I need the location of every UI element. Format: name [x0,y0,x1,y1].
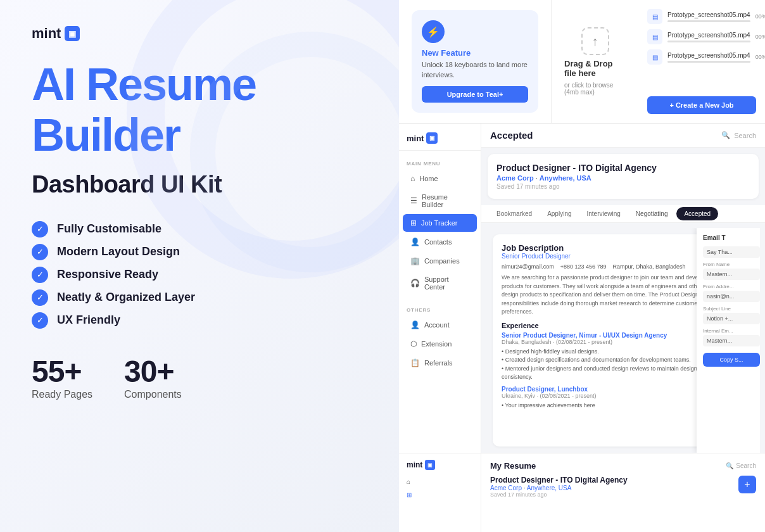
file-name-1: Prototype_screenshot05.mp4 [667,11,750,18]
referrals-icon: 📋 [410,358,420,367]
bottom-search-icon: 🔍 [726,462,733,469]
job-desc-title: Job Description [502,243,571,253]
check-icon-1: ✓ [32,221,48,238]
main-header: Accepted 🔍 Search [481,124,765,148]
email-panel-title: Email T [703,234,760,241]
brand-logo: mint ▣ [32,25,367,42]
email-subject-label: Subject Line [703,306,760,312]
sidebar-support-label: Support Center [424,276,469,291]
sidebar-item-support[interactable]: 🎧 Support Center [403,271,477,295]
file-info-1: Prototype_screenshot05.mp4 [667,11,750,22]
email-subject-value: Notion +... [703,313,760,324]
feature-label-5: UX Friendly [57,314,120,327]
add-button[interactable]: + [738,476,756,493]
sidebar-item-resume[interactable]: ☰ Resume Builder [403,189,477,213]
dashboard-panel: mint ▣ MAIN MENU ⌂ Home ☰ Resume Builder… [399,124,765,453]
email-internal-value: Mastern... [703,335,760,346]
file-item-1: ▤ Prototype_screenshot05.mp4 00% [647,9,756,24]
email-from-addr-value: nasin@n... [703,291,760,302]
sidebar-account-label: Account [424,321,450,329]
job-card-company: Acme Corp · Anywhere, USA [496,174,750,182]
sidebar: mint ▣ MAIN MENU ⌂ Home ☰ Resume Builder… [399,124,481,453]
stat-pages: 55+ Ready Pages [32,354,92,400]
sidebar-resume-label: Resume Builder [422,193,469,208]
sidebar-referrals-label: Referrals [424,359,453,367]
tab-interviewing[interactable]: Interviewing [581,205,627,222]
feature-item-5: ✓ UX Friendly [32,312,367,329]
email-panel: Email T Say Tha... From Name Mastern... … [697,228,760,453]
files-panel: ▤ Prototype_screenshot05.mp4 00% ▤ Proto… [638,0,765,123]
tracker-icon: ⊞ [410,218,417,227]
file-pct-3: 00% [756,54,765,60]
sidebar-item-extension[interactable]: ⬡ Extension [403,335,477,353]
hero-subtitle: Dashboard UI Kit [32,171,367,198]
bottom-company-location: Anywhere, USA [527,484,572,491]
sidebar-item-contacts[interactable]: 👤 Contacts [403,233,477,251]
sidebar-item-account[interactable]: 👤 Account [403,316,477,334]
tab-negotiating[interactable]: Negotiating [629,205,674,222]
bottom-company-name: Acme Corp [490,484,522,491]
sidebar-item-tracker[interactable]: ⊞ Job Tracker [403,214,477,232]
bottom-sidebar-logo: mint ▣ [399,460,481,475]
bottom-header-title: My Resume [490,461,536,471]
email-from-name-label: From Name [703,262,760,267]
stat-pages-number: 55+ [32,354,92,389]
sidebar-item-referrals[interactable]: 📋 Referrals [403,354,477,372]
resume-icon: ☰ [410,196,417,205]
sidebar-companies-label: Companies [424,257,460,265]
stat-components-number: 30+ [124,354,182,389]
sidebar-contacts-label: Contacts [424,238,452,246]
new-feature-desc: Unlock 18 keyboards to land more intervi… [422,60,528,80]
bottom-logo-text: mint [407,460,422,469]
bottom-header: My Resume 🔍 Search [490,461,756,471]
job-card: Product Designer - ITO Digital Agency Ac… [488,154,759,199]
bottom-job-company: Acme Corp · Anywhere, USA [490,484,628,491]
bottom-logo-icon: ▣ [425,460,435,470]
feature-item-4: ✓ Neatly & Organized Layer [32,289,367,306]
create-job-button[interactable]: + Create a New Job [647,96,756,114]
bottom-sidebar-home[interactable]: ⌂ [399,475,481,488]
upgrade-button[interactable]: Upgrade to Teal+ [422,86,528,103]
bottom-job-saved: Saved 17 minutes ago [490,491,628,498]
bottom-home-icon: ⌂ [407,478,410,485]
contacts-icon: 👤 [410,238,420,246]
sidebar-section-main: MAIN MENU [399,156,481,169]
email-field-from-name: From Name Mastern... [703,262,760,280]
bottom-job-row: Product Designer - ITO Digital Agency Ac… [490,476,756,498]
companies-icon: 🏢 [410,256,420,265]
email-field-subject: Subject Line Notion +... [703,306,760,324]
sidebar-home-label: Home [419,175,438,182]
copy-button[interactable]: Copy S... [703,353,760,367]
stat-components: 30+ Components [124,354,182,400]
upload-icon: ↑ [581,27,609,55]
feature-label-2: Modern Layout Design [57,245,180,258]
sidebar-item-companies[interactable]: 🏢 Companies [403,252,477,270]
drag-drop-area[interactable]: ↑ Drag & Drop file here or click to brow… [552,0,638,123]
tab-bookmarked[interactable]: Bookmarked [490,205,538,222]
home-icon: ⌂ [410,174,415,183]
sidebar-item-home[interactable]: ⌂ Home [403,170,477,187]
logo-text: mint [32,25,61,42]
check-icon-4: ✓ [32,289,48,306]
stat-pages-label: Ready Pages [32,389,92,400]
file-pct-2: 00% [756,34,765,40]
new-feature-badge: ⚡ New Feature Unlock 18 keyboards to lan… [412,10,538,113]
search-box[interactable]: 🔍 Search [721,131,756,139]
left-section: mint ▣ AI Resume Builder Dashboard UI Ki… [0,0,399,532]
file-item-3: ▤ Prototype_screenshot05.mp4 00% [647,49,756,65]
bottom-sidebar-tracker[interactable]: ⊞ [399,488,481,502]
check-icon-2: ✓ [32,244,48,260]
file-pct-1: 00% [756,13,765,20]
feature-label-4: Neatly & Organized Layer [57,291,195,304]
email-internal-label: Internal Em... [703,328,760,334]
sidebar-section-others: OTHERS [399,302,481,315]
bottom-tracker-icon: ⊞ [407,491,412,498]
tab-accepted[interactable]: Accepted [676,207,718,220]
tab-applying[interactable]: Applying [541,205,578,222]
contact-location: Rampur, Dhaka, Bangladesh [613,263,686,270]
features-list: ✓ Fully Customisable ✓ Modern Layout Des… [32,221,367,329]
file-icon-3: ▤ [647,49,662,65]
sidebar-logo: mint ▣ [399,132,481,151]
search-label: Search [734,132,756,139]
bottom-search[interactable]: 🔍 Search [726,462,756,469]
